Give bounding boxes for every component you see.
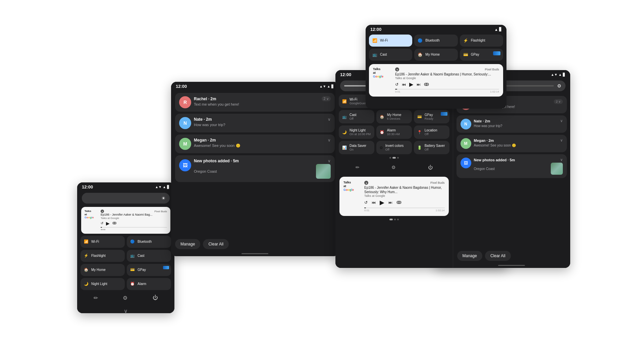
status-bar-top-right: 12:00 ▲ ▊ — [366, 25, 506, 33]
home-icon-sm: 🏠 — [84, 268, 89, 272]
notif-expand-rachel-med[interactable]: 2 ∨ — [322, 96, 331, 101]
invert-sub-lg: Off — [385, 148, 404, 152]
home-indicator-lg — [453, 264, 571, 268]
tile-home-lg[interactable]: 🏠 My Home 6 Devices — [376, 110, 412, 123]
expand-rachel-lg[interactable]: 2 ∨ — [554, 99, 563, 104]
speed-sm[interactable]: ↂ — [112, 221, 116, 225]
chevron-area-sm: ∨ — [77, 306, 174, 313]
talks-sm: Talks — [85, 210, 98, 213]
batsave-icon-lg: 🔋 — [417, 146, 422, 150]
home-tile-label: My Home — [425, 53, 440, 57]
tile-wifi-top-right[interactable]: 📶 Wi-Fi — [369, 35, 412, 47]
tile-bt-sm[interactable]: 🔵 Bluetooth — [127, 236, 171, 248]
edit-btn-sm[interactable]: ✏ — [90, 293, 102, 303]
speed-btn-top-right[interactable]: ↂ — [424, 82, 429, 87]
tile-flash-top-right[interactable]: ⚡ Flashlight — [460, 35, 503, 47]
notif-photos-med[interactable]: 🖼 New photos added · 5m ∨ Oregon Coast — [175, 155, 335, 182]
media-controls-small: ↺ ▶ ↂ — [101, 221, 167, 226]
tile-bt-top-right[interactable]: 🔵 Bluetooth — [414, 35, 458, 47]
notif-hdr-photos-lg: New photos added · 5m ∨ — [474, 158, 563, 162]
time-start-lg: 0:01 — [364, 209, 370, 212]
speed-lg[interactable]: ↂ — [396, 200, 401, 205]
expand-nate-lg[interactable]: ∨ — [560, 119, 563, 123]
tile-gpay-sm[interactable]: 💳 GPay — [127, 264, 171, 276]
tile-batsave-lg[interactable]: 🔋 Battery Saver Off — [414, 141, 449, 154]
tile-gpay-lg[interactable]: 💳 GPay Ready — [414, 110, 449, 123]
next-btn-top-right[interactable]: ⏭ — [417, 82, 421, 87]
tile-home-sm[interactable]: 🏠 My Home — [80, 264, 125, 276]
home-sub-lg: 6 Devices — [387, 117, 401, 121]
notif-megan-lg[interactable]: M Megan · 2m ∨ Awesome! See you soon 🙂 — [457, 135, 567, 152]
prev-lg[interactable]: ⏮ — [372, 200, 376, 205]
clear-btn-med[interactable]: Clear All — [203, 239, 229, 249]
tile-night-sm[interactable]: 🌙 Night Light — [80, 278, 125, 290]
tile-data-lg[interactable]: 📊 Data Saver On — [339, 141, 374, 154]
notif-msg-rachel-med: Text me when you get here! — [194, 102, 331, 107]
clear-btn-lg[interactable]: Clear All — [485, 251, 511, 261]
gpay-sub-lg: Ready — [425, 117, 433, 121]
wifi-small: ▲ — [163, 185, 166, 189]
home-icon-lg: 🏠 — [380, 115, 384, 119]
avatar-nate-med: N — [179, 117, 191, 129]
expand-megan-lg[interactable]: ∨ — [560, 138, 563, 143]
avatar-nate-lg: N — [461, 119, 471, 129]
notif-content-nate-med: Nate · 2m ∨ How was your trip? — [194, 117, 331, 127]
tile-cast-sm[interactable]: 📺 Cast — [127, 250, 171, 262]
location-sub-lg: Off — [425, 132, 437, 136]
play-btn-top-right[interactable]: ▶ — [409, 81, 413, 88]
icons-small-left: ▲▼ ▲ ▊ — [155, 185, 170, 189]
tiles-small: 📶 Wi-Fi 🔵 Bluetooth ⚡ Flashlight 📺 Cast … — [77, 236, 174, 290]
tile-location-lg[interactable]: 📍 Location Off — [414, 125, 449, 139]
tile-alarm-lg[interactable]: ⏰ Alarm 10:30 AM — [376, 125, 412, 139]
manage-btn-lg[interactable]: Manage — [457, 251, 482, 261]
invert-icon-lg: ⊙ — [380, 146, 383, 150]
cast-tile-icon: 📺 — [372, 52, 377, 57]
play-sm[interactable]: ▶ — [106, 221, 110, 226]
expand-photos-lg[interactable]: ∨ — [560, 158, 563, 162]
gpay-tile-label: GPay — [471, 53, 479, 57]
replay-sm[interactable]: ↺ — [101, 221, 103, 225]
media-card-top-right: Talks at Google ● Pixel Buds Ep186 - Jen… — [369, 64, 503, 97]
times-sm: ●●● — [101, 228, 167, 231]
notif-expand-nate-med[interactable]: ∨ — [328, 117, 331, 122]
dot3-lg — [397, 157, 399, 159]
chevron-icon-sm[interactable]: ∨ — [124, 308, 128, 313]
next-lg[interactable]: ⏭ — [388, 200, 392, 205]
tile-alarm-sm[interactable]: ⏰ Alarm — [127, 278, 171, 290]
media-info-top-right: ● Pixel Buds Ep186 - Jennifer Aaker & Na… — [395, 67, 499, 93]
power-btn-sm[interactable]: ⏻ — [149, 293, 162, 303]
tile-flash-sm[interactable]: ⚡ Flashlight — [80, 250, 125, 262]
brightness-icon-large: ⚙ — [557, 83, 561, 89]
tile-night-lg[interactable]: 🌙 Night Light On at 10:00 PM — [339, 125, 374, 139]
tile-home-top-right[interactable]: 🏠 My Home — [414, 49, 458, 61]
wifi-icon: ▲ — [494, 27, 498, 32]
notif-photos-lg[interactable]: 🖼 New photos added · 5m ∨ Oregon Coast — [457, 154, 567, 178]
tile-invert-lg[interactable]: ⊙ Invert colors Off — [376, 141, 412, 154]
notif-rachel-med[interactable]: R Rachel · 2m 2 ∨ Text me when you get h… — [175, 93, 335, 112]
edit-btn-lg[interactable]: ✏ — [352, 163, 364, 172]
notif-nate-med[interactable]: N Nate · 2m ∨ How was your trip? — [175, 114, 335, 132]
media-logo-top-right: Talks at Google — [373, 67, 392, 93]
replay-btn-top-right[interactable]: ↺ — [395, 82, 398, 87]
notif-nate-lg[interactable]: N Nate · 2m ∨ How was your trip? — [457, 115, 567, 133]
notif-megan-med[interactable]: M Megan · 2m ∨ Awesome! See you soon 🙂 — [175, 134, 335, 153]
brightness-slider-small[interactable]: ☀ — [82, 193, 170, 204]
settings-btn-lg[interactable]: ⚙ — [387, 163, 400, 172]
notif-expand-photos-med[interactable]: ∨ — [328, 159, 331, 163]
play-lg[interactable]: ▶ — [380, 199, 384, 206]
notif-nm-megan-lg: Megan · 2m — [474, 138, 494, 143]
location-icon-lg: 📍 — [417, 130, 422, 134]
power-btn-lg[interactable]: ⏻ — [424, 163, 437, 172]
tile-gpay-top-right[interactable]: 💳 GPay — [460, 49, 503, 61]
replay-lg[interactable]: ↺ — [364, 200, 368, 205]
tile-cast-top-right[interactable]: 📺 Cast — [369, 49, 412, 61]
notif-expand-megan-med[interactable]: ∨ — [328, 138, 331, 143]
tile-wifi-sm[interactable]: 📶 Wi-Fi — [80, 236, 125, 248]
prev-btn-top-right[interactable]: ⏮ — [402, 82, 406, 87]
battery-icon: ▊ — [499, 27, 502, 32]
manage-btn-med[interactable]: Manage — [175, 239, 200, 249]
tile-cast-lg[interactable]: 📺 Cast Off — [339, 110, 374, 123]
settings-btn-sm[interactable]: ⚙ — [119, 293, 131, 303]
gpay-icon-sm: 💳 — [130, 268, 135, 272]
notif-header-nate: Nate · 2m ∨ — [194, 117, 331, 122]
